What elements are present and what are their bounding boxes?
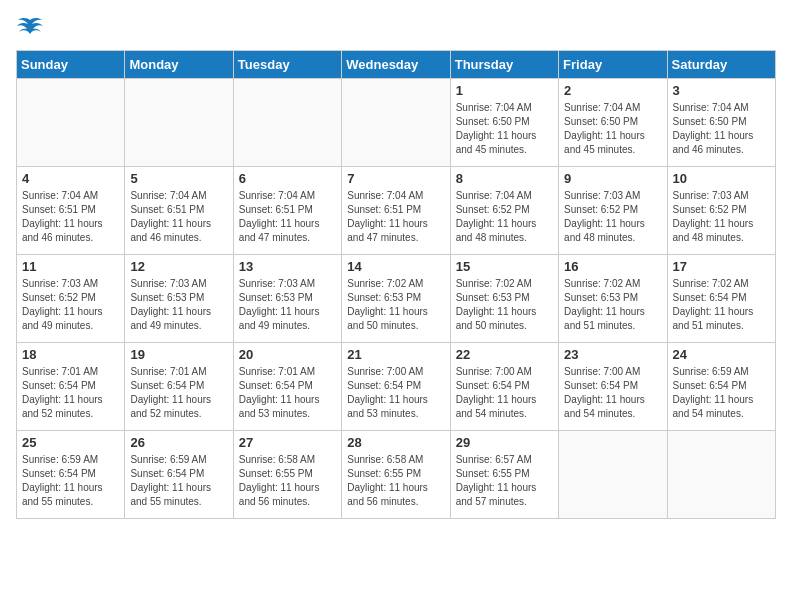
day-info: Sunrise: 7:01 AMSunset: 6:54 PMDaylight:… — [239, 365, 336, 421]
calendar-cell: 3Sunrise: 7:04 AMSunset: 6:50 PMDaylight… — [667, 79, 775, 167]
calendar-cell: 11Sunrise: 7:03 AMSunset: 6:52 PMDayligh… — [17, 255, 125, 343]
day-info: Sunrise: 7:02 AMSunset: 6:53 PMDaylight:… — [456, 277, 553, 333]
calendar-cell — [342, 79, 450, 167]
calendar-week-5: 25Sunrise: 6:59 AMSunset: 6:54 PMDayligh… — [17, 431, 776, 519]
day-info: Sunrise: 7:04 AMSunset: 6:51 PMDaylight:… — [130, 189, 227, 245]
day-info: Sunrise: 6:59 AMSunset: 6:54 PMDaylight:… — [673, 365, 770, 421]
day-info: Sunrise: 6:59 AMSunset: 6:54 PMDaylight:… — [22, 453, 119, 509]
calendar-cell: 14Sunrise: 7:02 AMSunset: 6:53 PMDayligh… — [342, 255, 450, 343]
day-number: 24 — [673, 347, 770, 362]
calendar-week-3: 11Sunrise: 7:03 AMSunset: 6:52 PMDayligh… — [17, 255, 776, 343]
calendar-cell: 21Sunrise: 7:00 AMSunset: 6:54 PMDayligh… — [342, 343, 450, 431]
weekday-header-tuesday: Tuesday — [233, 51, 341, 79]
calendar-cell: 6Sunrise: 7:04 AMSunset: 6:51 PMDaylight… — [233, 167, 341, 255]
logo — [16, 16, 48, 38]
day-number: 1 — [456, 83, 553, 98]
calendar-cell: 19Sunrise: 7:01 AMSunset: 6:54 PMDayligh… — [125, 343, 233, 431]
day-info: Sunrise: 7:03 AMSunset: 6:52 PMDaylight:… — [673, 189, 770, 245]
day-number: 17 — [673, 259, 770, 274]
day-number: 11 — [22, 259, 119, 274]
day-info: Sunrise: 7:04 AMSunset: 6:50 PMDaylight:… — [456, 101, 553, 157]
calendar-table: SundayMondayTuesdayWednesdayThursdayFrid… — [16, 50, 776, 519]
day-info: Sunrise: 7:04 AMSunset: 6:50 PMDaylight:… — [673, 101, 770, 157]
day-info: Sunrise: 7:04 AMSunset: 6:50 PMDaylight:… — [564, 101, 661, 157]
day-number: 6 — [239, 171, 336, 186]
calendar-cell: 17Sunrise: 7:02 AMSunset: 6:54 PMDayligh… — [667, 255, 775, 343]
day-number: 8 — [456, 171, 553, 186]
day-info: Sunrise: 7:02 AMSunset: 6:54 PMDaylight:… — [673, 277, 770, 333]
day-info: Sunrise: 7:01 AMSunset: 6:54 PMDaylight:… — [22, 365, 119, 421]
day-info: Sunrise: 7:03 AMSunset: 6:53 PMDaylight:… — [130, 277, 227, 333]
day-info: Sunrise: 7:03 AMSunset: 6:52 PMDaylight:… — [564, 189, 661, 245]
day-number: 3 — [673, 83, 770, 98]
calendar-week-1: 1Sunrise: 7:04 AMSunset: 6:50 PMDaylight… — [17, 79, 776, 167]
calendar-cell: 22Sunrise: 7:00 AMSunset: 6:54 PMDayligh… — [450, 343, 558, 431]
day-info: Sunrise: 7:02 AMSunset: 6:53 PMDaylight:… — [564, 277, 661, 333]
day-info: Sunrise: 7:04 AMSunset: 6:51 PMDaylight:… — [347, 189, 444, 245]
day-number: 20 — [239, 347, 336, 362]
calendar-cell: 24Sunrise: 6:59 AMSunset: 6:54 PMDayligh… — [667, 343, 775, 431]
day-number: 16 — [564, 259, 661, 274]
day-number: 25 — [22, 435, 119, 450]
calendar-cell: 25Sunrise: 6:59 AMSunset: 6:54 PMDayligh… — [17, 431, 125, 519]
calendar-cell: 28Sunrise: 6:58 AMSunset: 6:55 PMDayligh… — [342, 431, 450, 519]
calendar-cell: 8Sunrise: 7:04 AMSunset: 6:52 PMDaylight… — [450, 167, 558, 255]
day-info: Sunrise: 7:04 AMSunset: 6:51 PMDaylight:… — [239, 189, 336, 245]
calendar-cell: 27Sunrise: 6:58 AMSunset: 6:55 PMDayligh… — [233, 431, 341, 519]
day-info: Sunrise: 7:01 AMSunset: 6:54 PMDaylight:… — [130, 365, 227, 421]
weekday-header-wednesday: Wednesday — [342, 51, 450, 79]
day-number: 4 — [22, 171, 119, 186]
weekday-header-sunday: Sunday — [17, 51, 125, 79]
calendar-cell: 4Sunrise: 7:04 AMSunset: 6:51 PMDaylight… — [17, 167, 125, 255]
day-number: 21 — [347, 347, 444, 362]
calendar-cell — [233, 79, 341, 167]
day-number: 19 — [130, 347, 227, 362]
calendar-cell: 10Sunrise: 7:03 AMSunset: 6:52 PMDayligh… — [667, 167, 775, 255]
calendar-cell — [125, 79, 233, 167]
day-info: Sunrise: 7:03 AMSunset: 6:52 PMDaylight:… — [22, 277, 119, 333]
day-info: Sunrise: 6:58 AMSunset: 6:55 PMDaylight:… — [239, 453, 336, 509]
day-number: 14 — [347, 259, 444, 274]
day-number: 5 — [130, 171, 227, 186]
day-number: 13 — [239, 259, 336, 274]
day-number: 28 — [347, 435, 444, 450]
calendar-cell: 7Sunrise: 7:04 AMSunset: 6:51 PMDaylight… — [342, 167, 450, 255]
day-number: 27 — [239, 435, 336, 450]
day-info: Sunrise: 7:00 AMSunset: 6:54 PMDaylight:… — [564, 365, 661, 421]
weekday-header-thursday: Thursday — [450, 51, 558, 79]
weekday-header-friday: Friday — [559, 51, 667, 79]
day-info: Sunrise: 7:02 AMSunset: 6:53 PMDaylight:… — [347, 277, 444, 333]
header — [16, 16, 776, 38]
calendar-cell: 12Sunrise: 7:03 AMSunset: 6:53 PMDayligh… — [125, 255, 233, 343]
calendar-cell: 20Sunrise: 7:01 AMSunset: 6:54 PMDayligh… — [233, 343, 341, 431]
day-info: Sunrise: 7:04 AMSunset: 6:52 PMDaylight:… — [456, 189, 553, 245]
day-number: 7 — [347, 171, 444, 186]
calendar-cell: 29Sunrise: 6:57 AMSunset: 6:55 PMDayligh… — [450, 431, 558, 519]
day-number: 9 — [564, 171, 661, 186]
weekday-header-saturday: Saturday — [667, 51, 775, 79]
calendar-cell: 15Sunrise: 7:02 AMSunset: 6:53 PMDayligh… — [450, 255, 558, 343]
day-info: Sunrise: 6:58 AMSunset: 6:55 PMDaylight:… — [347, 453, 444, 509]
day-number: 26 — [130, 435, 227, 450]
calendar-cell: 18Sunrise: 7:01 AMSunset: 6:54 PMDayligh… — [17, 343, 125, 431]
calendar-cell: 16Sunrise: 7:02 AMSunset: 6:53 PMDayligh… — [559, 255, 667, 343]
calendar-cell: 2Sunrise: 7:04 AMSunset: 6:50 PMDaylight… — [559, 79, 667, 167]
day-number: 15 — [456, 259, 553, 274]
day-info: Sunrise: 7:03 AMSunset: 6:53 PMDaylight:… — [239, 277, 336, 333]
day-info: Sunrise: 7:00 AMSunset: 6:54 PMDaylight:… — [347, 365, 444, 421]
day-number: 29 — [456, 435, 553, 450]
day-number: 18 — [22, 347, 119, 362]
calendar-cell: 1Sunrise: 7:04 AMSunset: 6:50 PMDaylight… — [450, 79, 558, 167]
calendar-cell: 23Sunrise: 7:00 AMSunset: 6:54 PMDayligh… — [559, 343, 667, 431]
day-info: Sunrise: 7:00 AMSunset: 6:54 PMDaylight:… — [456, 365, 553, 421]
day-number: 2 — [564, 83, 661, 98]
day-number: 10 — [673, 171, 770, 186]
weekday-header-monday: Monday — [125, 51, 233, 79]
calendar-week-2: 4Sunrise: 7:04 AMSunset: 6:51 PMDaylight… — [17, 167, 776, 255]
day-info: Sunrise: 6:59 AMSunset: 6:54 PMDaylight:… — [130, 453, 227, 509]
logo-icon — [16, 16, 44, 38]
day-number: 23 — [564, 347, 661, 362]
calendar-cell: 9Sunrise: 7:03 AMSunset: 6:52 PMDaylight… — [559, 167, 667, 255]
calendar-week-4: 18Sunrise: 7:01 AMSunset: 6:54 PMDayligh… — [17, 343, 776, 431]
day-info: Sunrise: 6:57 AMSunset: 6:55 PMDaylight:… — [456, 453, 553, 509]
